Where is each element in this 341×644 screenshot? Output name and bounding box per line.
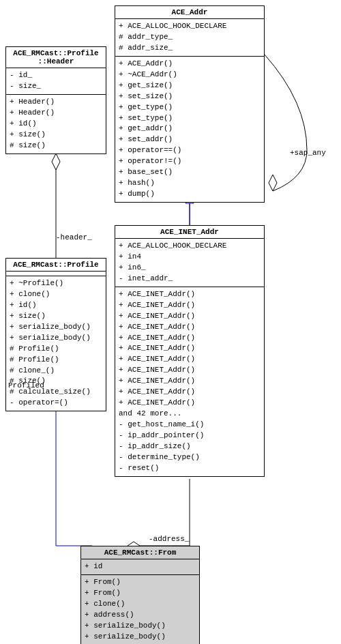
inet-addr-method-9: + ACE_INET_Addr() — [119, 387, 261, 398]
ace-addr-box: ACE_Addr + ACE_ALLOC_HOOK_DECLARE # addr… — [115, 5, 265, 203]
svg-marker-5 — [52, 153, 60, 170]
profile-header-method-4: # size() — [10, 141, 102, 151]
ace-inet-addr-attributes: + ACE_ALLOC_HOOK_DECLARE + in4 + in6_ - … — [115, 239, 264, 287]
profile-method-8: # clone_() — [10, 366, 102, 377]
inet-addr-method-8: + ACE_INET_Addr() — [119, 376, 261, 387]
profile-method-0: + ~Profile() — [10, 278, 102, 289]
ace-addr-attr-0: + ACE_ALLOC_HOOK_DECLARE — [119, 21, 261, 32]
ace-inet-addr-title: ACE_INET_Addr — [115, 226, 264, 239]
sap-any-label: +sap_any — [290, 149, 326, 157]
inet-addr-method-13: - ip_addr_pointer() — [119, 430, 261, 441]
ace-addr-method-0: + ACE_Addr() — [119, 59, 261, 70]
inet-addr-attr-3: - inet_addr_ — [119, 274, 261, 284]
from-method-4: + serialize_body() — [85, 621, 196, 632]
ace-addr-method-1: + ~ACE_Addr() — [119, 70, 261, 80]
ace-rmcast-from-box: ACE_RMCast::From + id + From() + From() … — [80, 546, 200, 644]
inet-addr-attr-0: + ACE_ALLOC_HOOK_DECLARE — [119, 241, 261, 252]
profile-method-2: + id() — [10, 300, 102, 311]
ace-addr-method-11: + hash() — [119, 178, 261, 189]
ace-addr-method-12: + dump() — [119, 189, 261, 200]
ace-addr-method-3: + set_size() — [119, 91, 261, 102]
from-method-1: + From() — [85, 588, 196, 599]
ace-addr-method-2: + get_size() — [119, 80, 261, 91]
ace-addr-methods: + ACE_Addr() + ~ACE_Addr() + get_size() … — [115, 57, 264, 202]
profile-header-method-0: + Header() — [10, 97, 102, 108]
profile-method-5: + serialize_body() — [10, 333, 102, 344]
ace-addr-attr-2: # addr_size_ — [119, 43, 261, 54]
inet-addr-method-2: + ACE_INET_Addr() — [119, 311, 261, 322]
from-attr-0: + id — [85, 561, 196, 572]
inet-addr-method-1: + ACE_INET_Addr() — [119, 300, 261, 311]
profiled-label: Profiled — [8, 381, 44, 390]
profile-header-method-1: + Header() — [10, 108, 102, 119]
profile-method-6: # Profile() — [10, 344, 102, 355]
inet-addr-attr-2: + in6_ — [119, 263, 261, 274]
inet-addr-method-6: + ACE_INET_Addr() — [119, 354, 261, 365]
address-label: -address_ — [149, 535, 189, 543]
inet-addr-method-0: + ACE_INET_Addr() — [119, 289, 261, 300]
ace-rmcast-profile-header-attributes: - id_ - size_ — [6, 68, 106, 95]
from-method-3: + address() — [85, 610, 196, 621]
from-method-5: + serialize_body() — [85, 632, 196, 643]
profile-header-method-3: + size() — [10, 130, 102, 141]
ace-rmcast-from-methods: + From() + From() + clone() + address() … — [81, 575, 199, 644]
inet-addr-method-4: + ACE_INET_Addr() — [119, 333, 261, 344]
ace-rmcast-profile-header-title: ACE_RMCast::Profile ::Header — [6, 47, 106, 68]
ace-addr-method-6: + get_addr() — [119, 123, 261, 134]
ace-rmcast-from-attributes: + id — [81, 559, 199, 575]
inet-addr-method-12: - get_host_name_i() — [119, 420, 261, 430]
inet-addr-attr-1: + in4 — [119, 252, 261, 263]
ace-addr-method-9: + operator!=() — [119, 156, 261, 167]
profile-method-3: + size() — [10, 311, 102, 322]
profile-header-attr-1: - size_ — [10, 81, 102, 92]
ace-addr-method-4: + get_type() — [119, 102, 261, 113]
inet-addr-method-3: + ACE_INET_Addr() — [119, 322, 261, 333]
inet-addr-method-11: and 42 more... — [119, 409, 261, 420]
header-label: -header_ — [56, 233, 92, 241]
ace-inet-addr-methods: + ACE_INET_Addr() + ACE_INET_Addr() + AC… — [115, 287, 264, 476]
ace-inet-addr-box: ACE_INET_Addr + ACE_ALLOC_HOOK_DECLARE +… — [115, 225, 265, 477]
ace-rmcast-profile-methods: + ~Profile() + clone() + id() + size() +… — [6, 276, 106, 411]
profile-method-11: - operator=() — [10, 398, 102, 409]
from-method-0: + From() — [85, 577, 196, 588]
ace-addr-method-7: + set_addr() — [119, 134, 261, 145]
inet-addr-method-5: + ACE_INET_Addr() — [119, 343, 261, 354]
ace-addr-method-10: + base_set() — [119, 167, 261, 178]
ace-addr-attributes: + ACE_ALLOC_HOOK_DECLARE # addr_type_ # … — [115, 19, 264, 57]
ace-addr-method-5: + set_type() — [119, 113, 261, 124]
svg-marker-12 — [269, 175, 277, 191]
ace-addr-title: ACE_Addr — [115, 6, 264, 19]
inet-addr-method-14: - ip_addr_size() — [119, 441, 261, 452]
ace-addr-method-8: + operator==() — [119, 145, 261, 156]
inet-addr-method-7: + ACE_INET_Addr() — [119, 365, 261, 376]
profile-header-attr-0: - id_ — [10, 70, 102, 81]
profile-method-1: + clone() — [10, 289, 102, 300]
profile-header-method-2: + id() — [10, 119, 102, 130]
ace-rmcast-profile-header-box: ACE_RMCast::Profile ::Header - id_ - siz… — [5, 46, 106, 154]
inet-addr-method-16: - reset() — [119, 463, 261, 474]
profile-method-4: + serialize_body() — [10, 322, 102, 333]
ace-rmcast-profile-title: ACE_RMCast::Profile — [6, 259, 106, 272]
diagram-container: ACE_Addr + ACE_ALLOC_HOOK_DECLARE # addr… — [0, 0, 341, 644]
inet-addr-method-15: - determine_type() — [119, 452, 261, 463]
inet-addr-method-10: + ACE_INET_Addr() — [119, 398, 261, 409]
from-method-2: + clone() — [85, 599, 196, 610]
ace-addr-attr-1: # addr_type_ — [119, 32, 261, 43]
profile-method-7: # Profile() — [10, 355, 102, 366]
ace-rmcast-profile-header-methods: + Header() + Header() + id() + size() # … — [6, 95, 106, 153]
ace-rmcast-profile-attributes — [6, 272, 106, 276]
ace-rmcast-from-title: ACE_RMCast::From — [81, 546, 199, 559]
